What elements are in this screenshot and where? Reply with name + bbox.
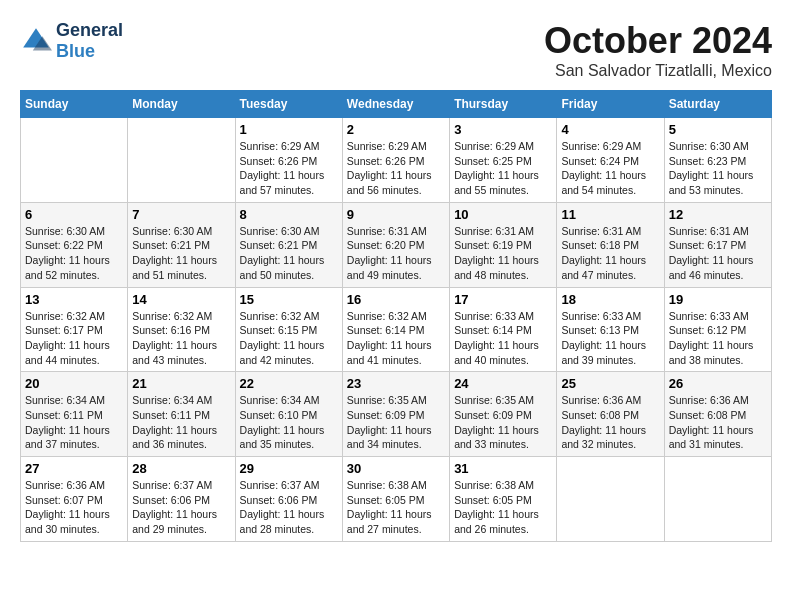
cell-info: Sunrise: 6:33 AMSunset: 6:14 PMDaylight:…: [454, 309, 552, 368]
calendar-cell: 19Sunrise: 6:33 AMSunset: 6:12 PMDayligh…: [664, 287, 771, 372]
header-monday: Monday: [128, 91, 235, 118]
calendar-cell: [128, 118, 235, 203]
day-number: 3: [454, 122, 552, 137]
day-number: 18: [561, 292, 659, 307]
week-row-5: 27Sunrise: 6:36 AMSunset: 6:07 PMDayligh…: [21, 457, 772, 542]
calendar-cell: 14Sunrise: 6:32 AMSunset: 6:16 PMDayligh…: [128, 287, 235, 372]
header-saturday: Saturday: [664, 91, 771, 118]
logo: General Blue: [20, 20, 123, 62]
calendar-cell: 28Sunrise: 6:37 AMSunset: 6:06 PMDayligh…: [128, 457, 235, 542]
calendar-cell: 7Sunrise: 6:30 AMSunset: 6:21 PMDaylight…: [128, 202, 235, 287]
calendar-cell: 12Sunrise: 6:31 AMSunset: 6:17 PMDayligh…: [664, 202, 771, 287]
cell-info: Sunrise: 6:30 AMSunset: 6:21 PMDaylight:…: [132, 224, 230, 283]
week-row-1: 1Sunrise: 6:29 AMSunset: 6:26 PMDaylight…: [21, 118, 772, 203]
calendar-cell: 4Sunrise: 6:29 AMSunset: 6:24 PMDaylight…: [557, 118, 664, 203]
header-friday: Friday: [557, 91, 664, 118]
day-number: 29: [240, 461, 338, 476]
calendar-cell: 11Sunrise: 6:31 AMSunset: 6:18 PMDayligh…: [557, 202, 664, 287]
calendar-header: SundayMondayTuesdayWednesdayThursdayFrid…: [21, 91, 772, 118]
week-row-3: 13Sunrise: 6:32 AMSunset: 6:17 PMDayligh…: [21, 287, 772, 372]
day-number: 27: [25, 461, 123, 476]
day-number: 2: [347, 122, 445, 137]
calendar-cell: 8Sunrise: 6:30 AMSunset: 6:21 PMDaylight…: [235, 202, 342, 287]
day-number: 16: [347, 292, 445, 307]
week-row-4: 20Sunrise: 6:34 AMSunset: 6:11 PMDayligh…: [21, 372, 772, 457]
calendar-cell: 13Sunrise: 6:32 AMSunset: 6:17 PMDayligh…: [21, 287, 128, 372]
location-title: San Salvador Tizatlalli, Mexico: [544, 62, 772, 80]
cell-info: Sunrise: 6:35 AMSunset: 6:09 PMDaylight:…: [454, 393, 552, 452]
day-number: 30: [347, 461, 445, 476]
cell-info: Sunrise: 6:35 AMSunset: 6:09 PMDaylight:…: [347, 393, 445, 452]
week-row-2: 6Sunrise: 6:30 AMSunset: 6:22 PMDaylight…: [21, 202, 772, 287]
calendar-cell: 1Sunrise: 6:29 AMSunset: 6:26 PMDaylight…: [235, 118, 342, 203]
cell-info: Sunrise: 6:36 AMSunset: 6:08 PMDaylight:…: [669, 393, 767, 452]
cell-info: Sunrise: 6:37 AMSunset: 6:06 PMDaylight:…: [240, 478, 338, 537]
day-number: 25: [561, 376, 659, 391]
calendar-cell: 27Sunrise: 6:36 AMSunset: 6:07 PMDayligh…: [21, 457, 128, 542]
logo-text: General Blue: [56, 20, 123, 62]
cell-info: Sunrise: 6:38 AMSunset: 6:05 PMDaylight:…: [347, 478, 445, 537]
calendar-cell: 21Sunrise: 6:34 AMSunset: 6:11 PMDayligh…: [128, 372, 235, 457]
calendar-cell: 6Sunrise: 6:30 AMSunset: 6:22 PMDaylight…: [21, 202, 128, 287]
cell-info: Sunrise: 6:36 AMSunset: 6:08 PMDaylight:…: [561, 393, 659, 452]
header-thursday: Thursday: [450, 91, 557, 118]
cell-info: Sunrise: 6:36 AMSunset: 6:07 PMDaylight:…: [25, 478, 123, 537]
cell-info: Sunrise: 6:30 AMSunset: 6:23 PMDaylight:…: [669, 139, 767, 198]
calendar-cell: 23Sunrise: 6:35 AMSunset: 6:09 PMDayligh…: [342, 372, 449, 457]
calendar-body: 1Sunrise: 6:29 AMSunset: 6:26 PMDaylight…: [21, 118, 772, 542]
calendar-cell: 24Sunrise: 6:35 AMSunset: 6:09 PMDayligh…: [450, 372, 557, 457]
calendar-cell: 22Sunrise: 6:34 AMSunset: 6:10 PMDayligh…: [235, 372, 342, 457]
cell-info: Sunrise: 6:33 AMSunset: 6:12 PMDaylight:…: [669, 309, 767, 368]
day-number: 13: [25, 292, 123, 307]
day-number: 15: [240, 292, 338, 307]
day-number: 19: [669, 292, 767, 307]
cell-info: Sunrise: 6:30 AMSunset: 6:22 PMDaylight:…: [25, 224, 123, 283]
day-number: 10: [454, 207, 552, 222]
day-number: 28: [132, 461, 230, 476]
calendar-cell: 26Sunrise: 6:36 AMSunset: 6:08 PMDayligh…: [664, 372, 771, 457]
calendar-cell: 15Sunrise: 6:32 AMSunset: 6:15 PMDayligh…: [235, 287, 342, 372]
calendar-cell: 30Sunrise: 6:38 AMSunset: 6:05 PMDayligh…: [342, 457, 449, 542]
calendar-cell: [21, 118, 128, 203]
cell-info: Sunrise: 6:33 AMSunset: 6:13 PMDaylight:…: [561, 309, 659, 368]
cell-info: Sunrise: 6:31 AMSunset: 6:20 PMDaylight:…: [347, 224, 445, 283]
day-number: 11: [561, 207, 659, 222]
cell-info: Sunrise: 6:34 AMSunset: 6:10 PMDaylight:…: [240, 393, 338, 452]
day-number: 23: [347, 376, 445, 391]
day-number: 9: [347, 207, 445, 222]
day-number: 1: [240, 122, 338, 137]
day-number: 17: [454, 292, 552, 307]
cell-info: Sunrise: 6:31 AMSunset: 6:18 PMDaylight:…: [561, 224, 659, 283]
day-number: 5: [669, 122, 767, 137]
calendar-cell: 16Sunrise: 6:32 AMSunset: 6:14 PMDayligh…: [342, 287, 449, 372]
cell-info: Sunrise: 6:32 AMSunset: 6:15 PMDaylight:…: [240, 309, 338, 368]
cell-info: Sunrise: 6:31 AMSunset: 6:19 PMDaylight:…: [454, 224, 552, 283]
cell-info: Sunrise: 6:34 AMSunset: 6:11 PMDaylight:…: [25, 393, 123, 452]
calendar-cell: 10Sunrise: 6:31 AMSunset: 6:19 PMDayligh…: [450, 202, 557, 287]
day-number: 20: [25, 376, 123, 391]
cell-info: Sunrise: 6:31 AMSunset: 6:17 PMDaylight:…: [669, 224, 767, 283]
cell-info: Sunrise: 6:38 AMSunset: 6:05 PMDaylight:…: [454, 478, 552, 537]
month-title: October 2024: [544, 20, 772, 62]
day-number: 4: [561, 122, 659, 137]
cell-info: Sunrise: 6:29 AMSunset: 6:25 PMDaylight:…: [454, 139, 552, 198]
calendar-cell: 31Sunrise: 6:38 AMSunset: 6:05 PMDayligh…: [450, 457, 557, 542]
cell-info: Sunrise: 6:32 AMSunset: 6:17 PMDaylight:…: [25, 309, 123, 368]
cell-info: Sunrise: 6:37 AMSunset: 6:06 PMDaylight:…: [132, 478, 230, 537]
calendar-cell: [557, 457, 664, 542]
cell-info: Sunrise: 6:29 AMSunset: 6:26 PMDaylight:…: [347, 139, 445, 198]
calendar-cell: 5Sunrise: 6:30 AMSunset: 6:23 PMDaylight…: [664, 118, 771, 203]
day-number: 14: [132, 292, 230, 307]
cell-info: Sunrise: 6:32 AMSunset: 6:16 PMDaylight:…: [132, 309, 230, 368]
cell-info: Sunrise: 6:29 AMSunset: 6:24 PMDaylight:…: [561, 139, 659, 198]
cell-info: Sunrise: 6:30 AMSunset: 6:21 PMDaylight:…: [240, 224, 338, 283]
cell-info: Sunrise: 6:29 AMSunset: 6:26 PMDaylight:…: [240, 139, 338, 198]
calendar-cell: 2Sunrise: 6:29 AMSunset: 6:26 PMDaylight…: [342, 118, 449, 203]
day-number: 31: [454, 461, 552, 476]
calendar-cell: 3Sunrise: 6:29 AMSunset: 6:25 PMDaylight…: [450, 118, 557, 203]
header-tuesday: Tuesday: [235, 91, 342, 118]
day-number: 24: [454, 376, 552, 391]
page-header: General Blue October 2024 San Salvador T…: [20, 20, 772, 80]
day-number: 12: [669, 207, 767, 222]
day-number: 6: [25, 207, 123, 222]
